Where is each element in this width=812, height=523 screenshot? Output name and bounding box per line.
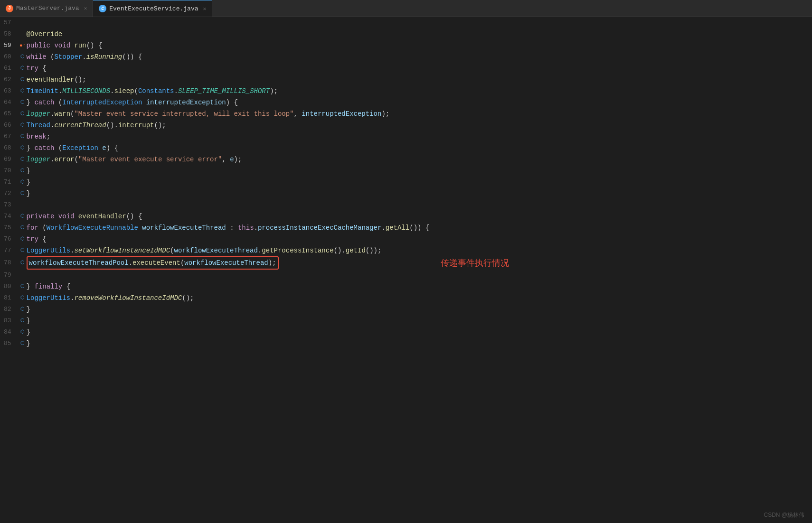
line-num-59: 59	[4, 40, 19, 51]
table-row: 77 ⬡ LoggerUtils.setWorkflowInstanceIdMD…	[4, 245, 812, 256]
table-row: 80 ⬡ } finally {	[4, 281, 812, 292]
gutter-71: ⬡	[19, 177, 27, 188]
gutter-61: ⬡	[19, 63, 27, 74]
table-row: 65 ⬡ logger.warn("Master event service i…	[4, 108, 812, 120]
code-74: private void eventHandler() {	[27, 211, 142, 222]
line-num-70: 70	[4, 165, 19, 177]
line-num-85: 85	[4, 338, 19, 349]
code-71: }	[27, 177, 30, 188]
table-row: 73	[4, 199, 812, 211]
table-row: 57	[4, 17, 812, 28]
chinese-annotation: 传递事件执行情况	[441, 257, 660, 269]
gutter-72: ⬡	[19, 188, 27, 199]
tab-master[interactable]: J MasterServer.java ✕	[0, 0, 93, 17]
line-num-78: 78	[4, 257, 19, 269]
code-62: eventHandler();	[27, 74, 86, 85]
code-57	[27, 17, 30, 28]
line-num-63: 63	[4, 85, 19, 97]
table-row: 67 ⬡ break;	[4, 131, 812, 142]
table-row: 78 ⬡ workflowExecuteThreadPool.executeEv…	[4, 256, 812, 270]
tab-event-close[interactable]: ✕	[203, 6, 206, 12]
code-63: TimeUnit.MILLISECONDS.sleep(Constants.SL…	[27, 85, 278, 97]
code-69: logger.error("Master event execute servi…	[27, 154, 242, 165]
table-row: 76 ⬡ try {	[4, 233, 812, 245]
code-59: public void run() {	[27, 40, 103, 51]
code-70: }	[27, 165, 30, 177]
table-row: 81 ⬡ LoggerUtils.removeWorkflowInstanceI…	[4, 292, 812, 304]
table-row: 84 ⬡ }	[4, 327, 812, 338]
line-num-81: 81	[4, 292, 19, 304]
line-num-57: 57	[4, 17, 19, 28]
gutter-70: ⬡	[19, 165, 27, 177]
table-row: 70 ⬡ }	[4, 165, 812, 177]
line-num-66: 66	[4, 120, 19, 131]
table-row: 69 ⬡ logger.error("Master event execute …	[4, 154, 812, 165]
gutter-67: ⬡	[19, 131, 27, 142]
line-num-65: 65	[4, 108, 19, 120]
table-row: 58 @Override	[4, 28, 812, 40]
gutter-80: ⬡	[19, 281, 27, 292]
tabs-bar: J MasterServer.java ✕ C EventExecuteServ…	[0, 0, 812, 17]
table-row: 72 ⬡ }	[4, 188, 812, 199]
code-67: break;	[27, 131, 50, 142]
line-num-74: 74	[4, 211, 19, 222]
table-row: 68 ⬡ } catch (Exception e) {	[4, 142, 812, 154]
line-num-60: 60	[4, 51, 19, 63]
event-icon: C	[99, 5, 106, 12]
gutter-63: ⬡	[19, 85, 27, 97]
code-73	[27, 199, 30, 211]
gutter-76: ⬡	[19, 233, 27, 245]
line-num-82: 82	[4, 304, 19, 315]
table-row: 62 ⬡ eventHandler();	[4, 74, 812, 85]
code-77: LoggerUtils.setWorkflowInstanceIdMDC(wor…	[27, 245, 382, 256]
code-64: } catch (InterruptedException interrupte…	[27, 97, 238, 108]
line-num-72: 72	[4, 188, 19, 199]
line-num-61: 61	[4, 63, 19, 74]
code-72: }	[27, 188, 30, 199]
line-num-79: 79	[4, 270, 19, 281]
gutter-78: ⬡	[19, 257, 27, 269]
gutter-64: ⬡	[19, 97, 27, 108]
gutter-85: ⬡	[19, 338, 27, 349]
tab-event[interactable]: C EventExecuteService.java ✕	[93, 0, 212, 17]
code-75: for (WorkflowExecuteRunnable workflowExe…	[27, 222, 430, 233]
code-66: Thread.currentThread().interrupt();	[27, 120, 166, 131]
gutter-66: ⬡	[19, 120, 27, 131]
tab-event-label: EventExecuteService.java	[109, 5, 198, 12]
line-num-80: 80	[4, 281, 19, 292]
code-61: try {	[27, 63, 47, 74]
table-row: 66 ⬡ Thread.currentThread().interrupt();	[4, 120, 812, 131]
master-icon: J	[6, 5, 13, 12]
line-num-83: 83	[4, 315, 19, 327]
gutter-81: ⬡	[19, 292, 27, 304]
table-row: 79	[4, 270, 812, 281]
code-82: }	[27, 304, 30, 315]
gutter-58	[19, 28, 27, 40]
line-num-76: 76	[4, 233, 19, 245]
gutter-77: ⬡	[19, 245, 27, 256]
tab-master-close[interactable]: ✕	[84, 5, 87, 11]
code-83: }	[27, 315, 30, 327]
line-num-67: 67	[4, 131, 19, 142]
code-76: try {	[27, 233, 47, 245]
gutter-82: ⬡	[19, 304, 27, 315]
line-num-75: 75	[4, 222, 19, 233]
code-content[interactable]: 57 58 @Override 59 ●↑ public void run() …	[0, 17, 812, 523]
table-row: 83 ⬡ }	[4, 315, 812, 327]
code-80: } finally {	[27, 281, 70, 292]
table-row: 60 ⬡ while (Stopper.isRunning()) {	[4, 51, 812, 63]
gutter-65: ⬡	[19, 108, 27, 120]
line-num-77: 77	[4, 245, 19, 256]
line-num-84: 84	[4, 327, 19, 338]
code-84: }	[27, 327, 30, 338]
code-60: while (Stopper.isRunning()) {	[27, 51, 142, 63]
code-58: @Override	[27, 28, 63, 40]
gutter-75: ⬡	[19, 222, 27, 233]
gutter-68: ⬡	[19, 142, 27, 154]
gutter-60: ⬡	[19, 51, 27, 63]
code-area: 57 58 @Override 59 ●↑ public void run() …	[0, 17, 812, 523]
gutter-79	[19, 270, 27, 281]
gutter-84: ⬡	[19, 327, 27, 338]
gutter-69: ⬡	[19, 154, 27, 165]
table-row: 59 ●↑ public void run() {	[4, 40, 812, 51]
